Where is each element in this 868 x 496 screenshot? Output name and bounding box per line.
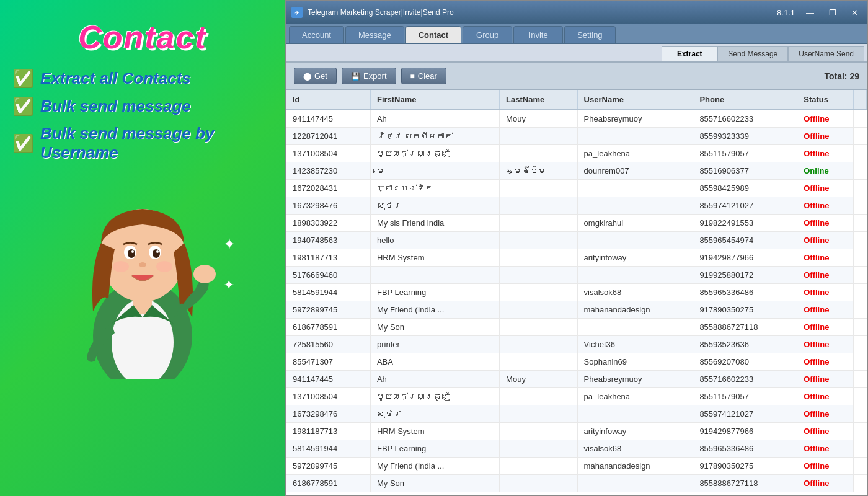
cell-id: 1672028431 (286, 180, 370, 197)
cell-firstname: FBP Learning (370, 440, 499, 458)
table-row[interactable]: 6186778591My Son8558886727118Offline (286, 475, 867, 492)
cell-id: 1673298476 (286, 405, 370, 423)
sub-tab-send-message[interactable]: Send Message (717, 46, 788, 61)
table-row[interactable]: 855471307ABASophanin6985569207080Offline (286, 353, 867, 371)
table-row[interactable]: 1981187713HRM Systemarityinfoway91942987… (286, 249, 867, 267)
table-row[interactable]: 1940748563hello855965454974Offline (286, 232, 867, 249)
cell-id: 1981187713 (286, 423, 370, 440)
table-row[interactable]: 1371008504មូយលក់ស្រាគ្រូវៀpa_leakhena855… (286, 145, 867, 162)
cell-id: 941147445 (286, 110, 370, 128)
svg-point-11 (156, 261, 172, 272)
export-button[interactable]: 💾 Export (342, 68, 396, 84)
col-firstname: FirstName (370, 90, 499, 110)
cell-username (577, 232, 693, 249)
cell-username: visalsok68 (577, 284, 693, 301)
restore-button[interactable]: ❐ (825, 7, 840, 19)
cell-status: Offline (797, 423, 854, 440)
cell-status: Offline (797, 475, 854, 492)
table-row[interactable]: 1228712041វិថ្វ លក់សុីមកាត់85599323339Of… (286, 128, 867, 145)
cell-id: 5176669460 (286, 267, 370, 284)
total-number: 29 (849, 71, 859, 81)
table-row[interactable]: 1981187713HRM Systemarityinfoway91942987… (286, 423, 867, 440)
total-text: Total: (824, 71, 847, 81)
cell-phone: 919429877966 (693, 249, 797, 267)
contacts-table-container[interactable]: IdFirstNameLastNameUserNamePhoneStatus 9… (286, 90, 867, 495)
cell-firstname: My Son (370, 319, 499, 336)
table-row[interactable]: 5814591944FBP Learningvisalsok6885596533… (286, 440, 867, 458)
cell-firstname: Ah (370, 110, 499, 128)
cell-status: Offline (797, 319, 854, 336)
cell-firstname: ABA (370, 353, 499, 371)
cell-lastname (500, 423, 578, 440)
clear-label: Clear (418, 71, 437, 81)
cell-phone: 85511579057 (693, 388, 797, 405)
cell-username: omgklrahul (577, 215, 693, 232)
table-row[interactable]: 725815560printerVichet3685593523636Offli… (286, 336, 867, 353)
table-row[interactable]: 5972899745My Friend (India ...mahanandad… (286, 301, 867, 319)
nav-tab-invite[interactable]: Invite (513, 26, 563, 43)
table-row[interactable]: 5814591944FBP Learningvisalsok6885596533… (286, 284, 867, 301)
cell-firstname: FBP Learning (370, 284, 499, 301)
table-row[interactable]: 1672028431ឃ្លានបង់ទិត85598425989Offline (286, 180, 867, 197)
cell-status: Offline (797, 353, 854, 371)
feature-text: Bulk send message by Username (40, 124, 273, 162)
nav-tab-setting[interactable]: Setting (564, 26, 615, 43)
cell-firstname: My sis Friend india (370, 215, 499, 232)
svg-point-5 (128, 249, 135, 258)
cell-firstname: hello (370, 232, 499, 249)
nav-tab-contact[interactable]: Contact (405, 26, 461, 43)
cell-username: visalsok68 (577, 440, 693, 458)
cell-phone: 855716602233 (693, 110, 797, 128)
table-row[interactable]: 1898303922My sis Friend indiaomgklrahul9… (286, 215, 867, 232)
left-title: Contact (78, 19, 207, 56)
sub-tab-extract[interactable]: Extract (662, 46, 717, 61)
col-lastname: LastName (500, 90, 578, 110)
cell-username: dounrem007 (577, 162, 693, 180)
cell-status: Offline (797, 180, 854, 197)
table-row[interactable]: 5972899745My Friend (India ...mahanandad… (286, 458, 867, 475)
nav-tab-group[interactable]: Group (463, 26, 512, 43)
table-row[interactable]: 941147445AhMouyPheabsreymuoy855716602233… (286, 371, 867, 388)
close-button[interactable]: ✕ (848, 7, 862, 19)
cell-status: Offline (797, 215, 854, 232)
feature-item: ✅ Bulk send message by Username (12, 124, 273, 162)
table-header-row: IdFirstNameLastNameUserNamePhoneStatus (286, 90, 867, 110)
table-row[interactable]: 1673298476សុថារា855974121027Offline (286, 197, 867, 215)
cell-lastname (500, 405, 578, 423)
table-row[interactable]: 1673298476សុថារា855974121027Offline (286, 405, 867, 423)
checkmark-icon: ✅ (12, 133, 34, 154)
cell-firstname: មូយលក់ស្រាគ្រូវៀ (370, 145, 499, 162)
cell-lastname (500, 353, 578, 371)
table-row[interactable]: 6186778591My Son8558886727118Offline (286, 319, 867, 336)
clear-button[interactable]: ■ Clear (401, 68, 446, 84)
cell-username (577, 405, 693, 423)
table-row[interactable]: 1371008504មូយលក់ស្រាគ្រូវៀpa_leakhena855… (286, 388, 867, 405)
cell-id: 5972899745 (286, 301, 370, 319)
nav-tab-message[interactable]: Message (345, 26, 404, 43)
table-row[interactable]: 941147445AhMouyPheabsreymuoy855716602233… (286, 110, 867, 128)
get-button[interactable]: ⬤ Get (294, 68, 337, 84)
col-id: Id (286, 90, 370, 110)
sub-tab-username-send[interactable]: UserName Send (788, 46, 864, 61)
table-row[interactable]: 5176669460919925880172Offline (286, 267, 867, 284)
clear-icon: ■ (410, 72, 415, 81)
cell-lastname (500, 232, 578, 249)
cell-lastname (500, 197, 578, 215)
cell-lastname (500, 336, 578, 353)
cell-lastname (500, 319, 578, 336)
cell-status: Offline (797, 145, 854, 162)
nav-tab-account[interactable]: Account (289, 26, 344, 43)
table-row[interactable]: 1423857230មេឆ្មងំប៊ែមdounrem007855169063… (286, 162, 867, 180)
cell-firstname: សុថារា (370, 197, 499, 215)
cell-firstname: My Son (370, 475, 499, 492)
cell-firstname: HRM System (370, 423, 499, 440)
cell-lastname (500, 180, 578, 197)
svg-point-10 (113, 261, 129, 272)
cell-lastname (500, 284, 578, 301)
cell-id: 5814591944 (286, 284, 370, 301)
cell-firstname: ឃ្លានបង់ទិត (370, 180, 499, 197)
cell-username: Pheabsreymuoy (577, 371, 693, 388)
cell-phone: 855974121027 (693, 197, 797, 215)
sparkle-icon: ✦ (223, 236, 236, 253)
minimize-button[interactable]: — (802, 7, 818, 19)
